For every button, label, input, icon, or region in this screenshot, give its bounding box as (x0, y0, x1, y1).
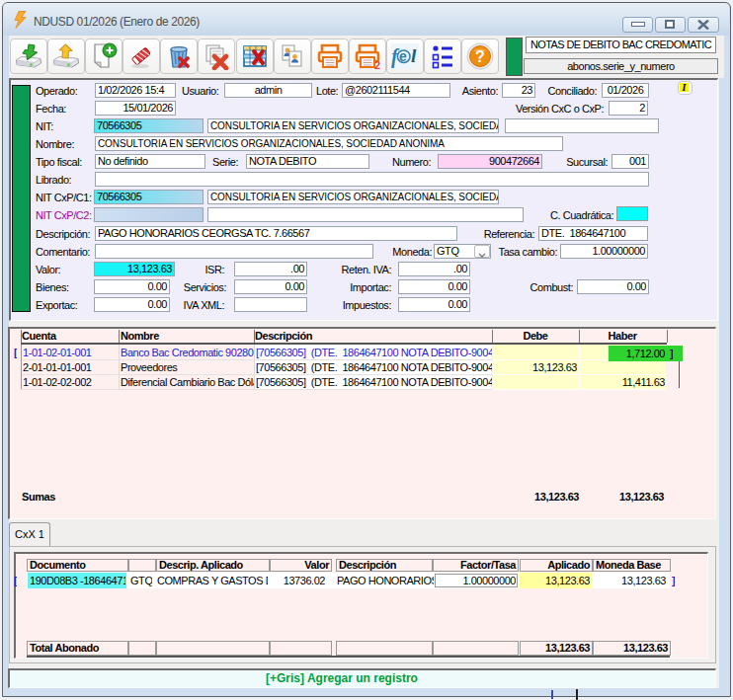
svg-text:2: 2 (374, 59, 380, 70)
svg-text:l: l (411, 45, 417, 66)
svg-text:?: ? (475, 48, 485, 65)
